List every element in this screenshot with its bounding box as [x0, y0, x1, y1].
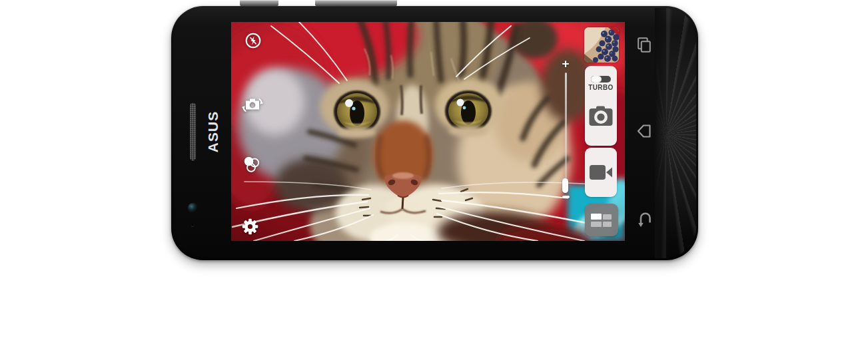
back-key[interactable] — [637, 124, 651, 141]
shutter-button[interactable] — [589, 105, 613, 128]
zoom-slider-handle[interactable] — [562, 178, 568, 193]
video-record-icon — [590, 164, 613, 180]
zoom-slider-track[interactable] — [565, 73, 567, 193]
flash-off-icon — [244, 32, 262, 49]
gallery-thumbnail[interactable] — [584, 27, 619, 63]
settings-button[interactable] — [242, 218, 258, 238]
camera-modes-button[interactable] — [585, 204, 618, 236]
turbo-label: TURBO — [585, 84, 617, 91]
camera-viewfinder-screen: + TURBO — [231, 22, 625, 241]
switch-camera-icon — [242, 95, 263, 114]
back-arrow-icon — [637, 124, 651, 138]
spun-metal-edge — [655, 8, 696, 258]
settings-gear-icon — [242, 218, 258, 235]
video-record-button[interactable] — [585, 148, 617, 197]
color-effects-button[interactable] — [242, 154, 260, 176]
color-effects-icon — [242, 154, 260, 173]
camera-shutter-icon — [589, 105, 613, 128]
microphone-hole — [191, 224, 194, 227]
u-turn-arrow-icon — [637, 210, 653, 228]
recent-apps-icon — [638, 37, 651, 53]
modes-grid-icon — [591, 214, 602, 220]
volume-rocker[interactable] — [315, 0, 397, 6]
phone-body: ASUS — [171, 6, 698, 260]
capture-panel: TURBO — [585, 66, 617, 146]
power-button[interactable] — [240, 0, 278, 6]
blueberries-thumbnail-image — [584, 27, 619, 63]
u-turn-key[interactable] — [637, 210, 653, 230]
switch-camera-button[interactable] — [242, 95, 263, 116]
flash-button[interactable] — [244, 32, 262, 52]
zoom-out-label — [562, 196, 570, 198]
asus-logo-text: ASUS — [205, 111, 221, 152]
turbo-toggle-thumb — [591, 76, 602, 83]
turbo-toggle[interactable] — [591, 76, 611, 83]
recent-apps-key[interactable] — [638, 37, 651, 55]
asus-logo: ASUS — [194, 102, 232, 161]
zoom-in-label: + — [560, 57, 572, 71]
front-camera-lens — [188, 203, 198, 213]
